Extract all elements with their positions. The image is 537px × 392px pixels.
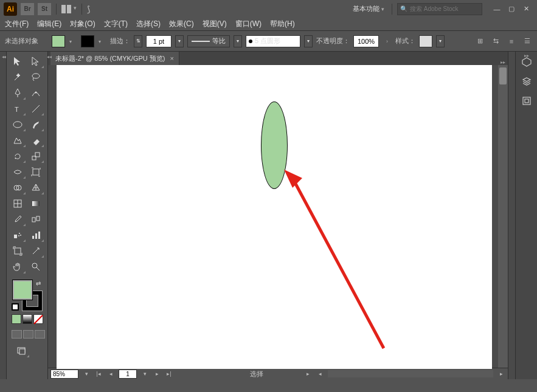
zoom-input[interactable] (50, 370, 78, 379)
color-selector[interactable]: ⇄ (13, 280, 43, 311)
last-artboard-button[interactable]: ▸| (165, 370, 173, 378)
opacity-chevron[interactable]: › (386, 38, 388, 44)
maximize-button[interactable]: ▢ (504, 4, 519, 15)
menu-edit[interactable]: 编辑(E) (37, 19, 61, 29)
brush-chevron[interactable]: ▾ (304, 35, 313, 47)
stroke-weight-input[interactable] (146, 35, 171, 47)
tab-close-icon[interactable]: × (170, 55, 173, 62)
pen-tool[interactable] (9, 86, 26, 100)
menu-type[interactable]: 文字(T) (104, 19, 128, 29)
document-tab[interactable]: 未标题-2* @ 85% (CMYK/GPU 预览) × (50, 52, 179, 65)
prev-artboard-button[interactable]: ◂ (106, 370, 115, 378)
free-transform-tool[interactable] (27, 165, 44, 179)
horizontal-scrollbar[interactable] (328, 370, 493, 377)
doc-setup-icon[interactable]: ⊞ (475, 36, 485, 46)
slice-tool[interactable] (27, 244, 44, 258)
stroke-label: 描边： (110, 36, 130, 46)
stroke-swatch[interactable]: ▾ (81, 35, 94, 47)
artboard-dropdown[interactable]: ▾ (140, 370, 149, 378)
color-mode-gradient[interactable] (23, 314, 32, 324)
lasso-tool[interactable] (27, 70, 44, 84)
eyedropper-tool[interactable] (9, 212, 26, 227)
draw-behind-icon[interactable] (23, 330, 33, 339)
menu-effect[interactable]: 效果(C) (169, 19, 194, 29)
fill-swatch[interactable]: ▾ (52, 35, 65, 47)
search-input[interactable]: 🔍 (397, 3, 482, 15)
ellipse-tool[interactable] (9, 117, 26, 132)
minimize-button[interactable]: — (490, 4, 504, 15)
direct-selection-tool[interactable] (27, 54, 44, 69)
panel-menu-icon[interactable]: ☰ (522, 36, 532, 46)
color-mode-solid[interactable] (12, 314, 21, 324)
draw-inside-icon[interactable] (35, 330, 45, 339)
menu-help[interactable]: 帮助(H) (270, 19, 295, 29)
zoom-tool[interactable] (27, 260, 44, 274)
arrange-docs-icon[interactable]: ▾ (61, 5, 77, 13)
perspective-tool[interactable] (27, 181, 44, 195)
workspace-switcher[interactable]: 基本功能 ▾ (353, 4, 384, 13)
symbol-sprayer-tool[interactable] (9, 228, 26, 242)
artboard[interactable] (57, 65, 492, 369)
stock-icon[interactable]: St (38, 3, 51, 15)
vertical-scrollbar[interactable] (498, 65, 508, 368)
libraries-panel-icon[interactable] (520, 94, 533, 108)
shaper-tool[interactable] (9, 133, 26, 148)
tool-dock-edge[interactable]: ◂◂ (0, 52, 7, 379)
opacity-input[interactable] (353, 35, 379, 47)
shape-builder-tool[interactable] (9, 181, 26, 195)
hand-tool[interactable] (9, 260, 26, 274)
zoom-dropdown[interactable]: ▾ (82, 370, 91, 378)
menu-select[interactable]: 选择(S) (136, 19, 161, 29)
paintbrush-tool[interactable] (27, 117, 44, 132)
artboard-number-input[interactable] (119, 370, 137, 379)
brush-dropdown[interactable]: 5 点圆形 (246, 35, 300, 47)
stroke-stepper[interactable]: ⇅ (134, 35, 142, 47)
menu-object[interactable]: 对象(O) (70, 19, 95, 29)
mesh-tool[interactable] (9, 196, 26, 211)
magic-wand-tool[interactable] (9, 70, 26, 84)
gradient-tool[interactable] (27, 196, 44, 211)
color-mode-none[interactable] (33, 314, 43, 324)
profile-chevron[interactable]: ▾ (234, 35, 242, 47)
status-bar: ▾ |◂ ◂ ▾ ▸ ▸| 选择 ▸ ◂ ▸ (48, 368, 508, 379)
hscroll-left[interactable]: ◂ (316, 370, 324, 378)
stroke-dropdown[interactable]: ▾ (175, 35, 184, 47)
ellipse-shape[interactable] (261, 101, 288, 189)
default-colors-icon[interactable] (12, 303, 19, 311)
canvas-viewport[interactable] (48, 65, 508, 368)
align-icon[interactable]: ≡ (507, 36, 516, 46)
gpu-icon[interactable]: ⟆ (87, 4, 90, 14)
svg-point-1 (35, 92, 37, 94)
fill-color-swatch[interactable] (13, 280, 32, 300)
artboard-tool[interactable] (9, 244, 26, 258)
blend-tool[interactable] (27, 212, 44, 227)
style-chevron[interactable]: ▾ (436, 35, 445, 47)
layers-panel-icon[interactable] (520, 75, 533, 88)
curvature-tool[interactable] (27, 86, 44, 100)
profile-dropdown[interactable]: 等比 (187, 35, 230, 47)
menu-window[interactable]: 窗口(W) (235, 19, 262, 29)
first-artboard-button[interactable]: |◂ (94, 370, 103, 378)
svg-point-15 (19, 233, 20, 234)
right-dock-edge[interactable] (508, 52, 515, 379)
type-tool[interactable]: T (9, 101, 26, 116)
selection-tool[interactable] (9, 54, 26, 69)
swap-colors-icon[interactable]: ⇄ (36, 280, 41, 287)
eraser-tool[interactable] (27, 133, 44, 148)
close-button[interactable]: ✕ (519, 4, 533, 15)
menu-view[interactable]: 视图(V) (203, 19, 227, 29)
prefs-icon[interactable]: ⇆ (491, 36, 501, 46)
menu-file[interactable]: 文件(F) (5, 19, 29, 29)
next-artboard-button[interactable]: ▸ (153, 370, 161, 378)
scale-tool[interactable] (27, 149, 44, 163)
style-swatch[interactable] (419, 35, 432, 47)
width-tool[interactable] (9, 165, 26, 179)
line-tool[interactable] (27, 101, 44, 116)
rotate-tool[interactable] (9, 149, 26, 163)
bridge-icon[interactable]: Br (21, 3, 34, 15)
status-chevron[interactable]: ▸ (303, 370, 312, 378)
graph-tool[interactable] (27, 228, 44, 242)
draw-normal-icon[interactable] (12, 330, 22, 339)
hscroll-right[interactable]: ▸ (497, 370, 505, 378)
screen-mode-icon[interactable] (13, 343, 30, 358)
